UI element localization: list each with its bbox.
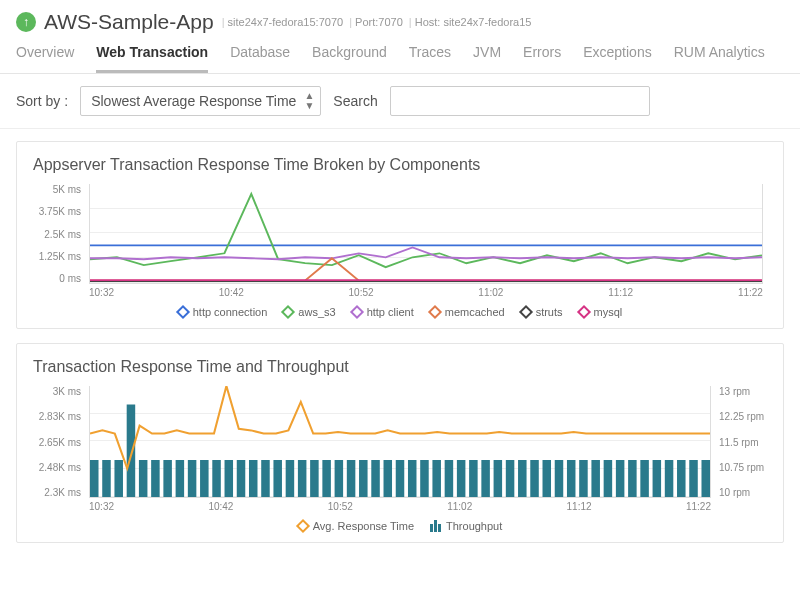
chart2-x-axis: 10:3210:4210:5211:0211:1211:22 (89, 498, 711, 512)
chart1-x-axis: 10:3210:4210:5211:0211:1211:22 (89, 284, 763, 298)
chart2-title: Transaction Response Time and Throughput (33, 358, 767, 376)
legend-avg-response-time[interactable]: Avg. Response Time (298, 520, 414, 532)
svg-rect-22 (359, 460, 368, 497)
svg-rect-20 (335, 460, 344, 497)
tab-background[interactable]: Background (312, 44, 387, 73)
chart1-title: Appserver Transaction Response Time Brok… (33, 156, 767, 174)
app-title: AWS-Sample-App (44, 10, 214, 34)
svg-rect-47 (665, 460, 674, 497)
svg-rect-14 (261, 460, 270, 497)
legend-http-client[interactable]: http client (352, 306, 414, 318)
chart-card-throughput: Transaction Response Time and Throughput… (16, 343, 784, 543)
svg-rect-0 (90, 460, 99, 497)
legend-struts[interactable]: struts (521, 306, 563, 318)
svg-rect-28 (432, 460, 441, 497)
tab-jvm[interactable]: JVM (473, 44, 501, 73)
legend-throughput[interactable]: Throughput (430, 520, 502, 532)
app-meta: site24x7-fedora15:7070 Port:7070 Host: s… (222, 16, 532, 28)
svg-rect-1 (102, 460, 111, 497)
svg-rect-42 (604, 460, 613, 497)
sort-label: Sort by : (16, 93, 68, 109)
tab-overview[interactable]: Overview (16, 44, 74, 73)
legend-aws-s3[interactable]: aws_s3 (283, 306, 335, 318)
chart2-y-axis: 3K ms2.83K ms2.65K ms2.48K ms2.3K ms (33, 386, 85, 498)
svg-rect-45 (640, 460, 649, 497)
svg-rect-44 (628, 460, 637, 497)
svg-rect-19 (322, 460, 331, 497)
tab-exceptions[interactable]: Exceptions (583, 44, 651, 73)
tab-rum-analytics[interactable]: RUM Analytics (674, 44, 765, 73)
svg-rect-46 (653, 460, 662, 497)
svg-rect-6 (163, 460, 172, 497)
svg-rect-10 (212, 460, 221, 497)
app-header: ↑ AWS-Sample-App site24x7-fedora15:7070 … (0, 0, 800, 40)
search-input[interactable] (390, 86, 650, 116)
svg-rect-31 (469, 460, 478, 497)
svg-rect-48 (677, 460, 686, 497)
svg-rect-5 (151, 460, 160, 497)
svg-rect-11 (225, 460, 234, 497)
svg-rect-49 (689, 460, 698, 497)
svg-rect-3 (127, 405, 136, 498)
chart1-plot[interactable] (89, 184, 763, 284)
svg-rect-24 (384, 460, 393, 497)
svg-rect-43 (616, 460, 625, 497)
svg-rect-30 (457, 460, 466, 497)
search-label: Search (333, 93, 377, 109)
chart-card-components: Appserver Transaction Response Time Brok… (16, 141, 784, 329)
svg-rect-8 (188, 460, 197, 497)
svg-rect-23 (371, 460, 380, 497)
filter-toolbar: Sort by : Slowest Average Response Time … (0, 74, 800, 129)
svg-rect-13 (249, 460, 258, 497)
svg-rect-36 (530, 460, 539, 497)
tab-bar: OverviewWeb TransactionDatabaseBackgroun… (0, 40, 800, 74)
svg-rect-2 (114, 460, 123, 497)
svg-rect-9 (200, 460, 209, 497)
svg-rect-7 (176, 460, 185, 497)
svg-rect-4 (139, 460, 148, 497)
meta-host: Host: site24x7-fedora15 (409, 16, 532, 28)
svg-rect-37 (543, 460, 552, 497)
chart1-y-axis: 5K ms3.75K ms2.5K ms1.25K ms0 ms (33, 184, 85, 284)
svg-rect-34 (506, 460, 515, 497)
svg-rect-15 (273, 460, 282, 497)
content: Appserver Transaction Response Time Brok… (0, 129, 800, 600)
chart2-y2-axis: 13 rpm12.25 rpm11.5 rpm10.75 rpm10 rpm (715, 386, 767, 498)
svg-rect-35 (518, 460, 527, 497)
svg-rect-17 (298, 460, 307, 497)
meta-port: Port:7070 (349, 16, 403, 28)
chart2-legend: Avg. Response TimeThroughput (33, 520, 767, 532)
svg-rect-38 (555, 460, 564, 497)
svg-rect-16 (286, 460, 295, 497)
tab-web-transaction[interactable]: Web Transaction (96, 44, 208, 73)
legend-http-connection[interactable]: http connection (178, 306, 268, 318)
chart2-plot[interactable] (89, 386, 711, 498)
svg-rect-18 (310, 460, 319, 497)
legend-mysql[interactable]: mysql (579, 306, 623, 318)
svg-rect-27 (420, 460, 429, 497)
svg-rect-33 (494, 460, 503, 497)
svg-rect-40 (579, 460, 588, 497)
svg-rect-29 (445, 460, 454, 497)
tab-traces[interactable]: Traces (409, 44, 451, 73)
svg-rect-32 (481, 460, 490, 497)
chart1-legend: http connectionaws_s3http clientmemcache… (33, 306, 767, 318)
chevron-updown-icon: ▲▼ (304, 91, 314, 111)
tab-errors[interactable]: Errors (523, 44, 561, 73)
svg-rect-26 (408, 460, 417, 497)
tab-database[interactable]: Database (230, 44, 290, 73)
legend-memcached[interactable]: memcached (430, 306, 505, 318)
svg-rect-50 (701, 460, 710, 497)
meta-instance: site24x7-fedora15:7070 (222, 16, 344, 28)
svg-rect-21 (347, 460, 356, 497)
sort-select[interactable]: Slowest Average Response Time ▲▼ (80, 86, 321, 116)
sort-value: Slowest Average Response Time (91, 93, 296, 109)
svg-rect-25 (396, 460, 405, 497)
app-status-icon: ↑ (16, 12, 36, 32)
svg-rect-12 (237, 460, 246, 497)
svg-rect-41 (591, 460, 600, 497)
svg-rect-39 (567, 460, 576, 497)
